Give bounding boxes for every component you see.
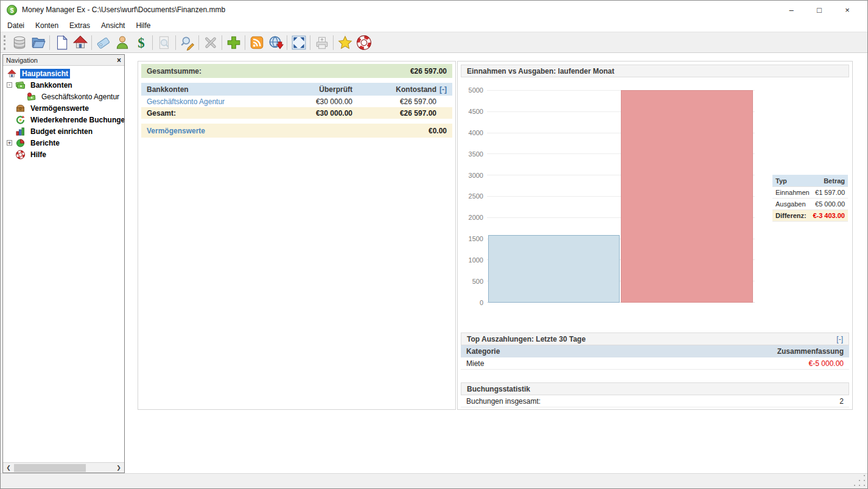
main-body: Navigation × Hauptansicht - Bankkonten: [1, 54, 867, 473]
dashboard-content: Gesamtsumme: €26 597.00 Bankkonten Überp…: [127, 54, 867, 473]
help-lifering-icon[interactable]: [354, 33, 373, 51]
resize-grip-icon[interactable]: [859, 480, 860, 481]
reports-icon: [15, 138, 26, 148]
accounts-total-row: Gesamt: €30 000.00 €26 597.00: [141, 107, 452, 119]
payee-icon[interactable]: [113, 33, 131, 51]
maximize-button[interactable]: □: [805, 1, 833, 19]
bank-accounts-table: Bankkonten Überprüft Kontostand [-] Gesc…: [141, 83, 452, 119]
total-balance-value: €26 597.00: [352, 109, 436, 118]
currency-dollar-icon[interactable]: $: [131, 33, 150, 51]
close-button[interactable]: ×: [833, 1, 861, 19]
nav-item-berichte[interactable]: + Berichte: [3, 137, 124, 149]
toolbar-separator: [198, 35, 199, 50]
nav-horizontal-scrollbar[interactable]: ❮ ❯: [3, 462, 124, 473]
grand-total-bar: Gesamtsumme: €26 597.00: [141, 64, 452, 78]
assets-row: Vermögenswerte €0.00: [141, 124, 452, 138]
top-withdrawals-header: Top Auszahlungen: Letzte 30 Tage [-]: [461, 332, 849, 345]
nav-item-label: Bankkonten: [29, 80, 74, 90]
toolbar-gripper[interactable]: [4, 35, 7, 50]
toolbar-separator: [287, 35, 287, 50]
toolbar-separator: [222, 35, 222, 50]
navigation-panel-title: Navigation: [6, 57, 38, 64]
column-header-kategorie: Kategorie: [466, 347, 500, 356]
web-download-icon[interactable]: [266, 33, 285, 51]
navigation-close-icon[interactable]: ×: [117, 57, 121, 64]
navigation-panel: Navigation × Hauptansicht - Bankkonten: [2, 54, 125, 473]
toolbar: $: [1, 32, 867, 53]
menu-hilfe[interactable]: Hilfe: [130, 19, 156, 32]
collapse-link[interactable]: [-]: [436, 85, 452, 94]
income-bar: [488, 235, 620, 303]
nav-item-vermoegenswerte[interactable]: Vermögenswerte: [3, 102, 124, 114]
expense-row: Ausgaben €5 000.00: [772, 199, 848, 210]
minimize-button[interactable]: –: [777, 1, 805, 19]
nav-item-budget-einrichten[interactable]: Budget einrichten: [3, 125, 124, 137]
nav-item-bankkonten[interactable]: - Bankkonten: [3, 79, 124, 91]
menu-extras[interactable]: Extras: [64, 19, 96, 32]
toolbar-separator: [91, 35, 92, 50]
print-icon[interactable]: [312, 33, 331, 51]
top-withdrawals-column-header: Kategorie Zusammenfassung: [461, 345, 849, 357]
window-title: Money Manager Ex - C:\Users\wurf\Documen…: [22, 5, 225, 14]
nav-item-wiederkehrende-buchungen[interactable]: Wiederkehrende Buchungen: [3, 114, 124, 125]
budget-chart-icon: [15, 127, 26, 136]
database-icon[interactable]: [10, 33, 29, 51]
nav-item-label: Wiederkehrende Buchungen: [29, 115, 124, 125]
scrollbar-thumb[interactable]: [14, 464, 86, 472]
nav-item-hilfe[interactable]: Hilfe: [3, 149, 124, 160]
menu-ansicht[interactable]: Ansicht: [96, 19, 130, 32]
toolbar-separator: [310, 35, 310, 50]
difference-label: Differenz:: [772, 212, 813, 219]
total-reconciled-value: €30 000.00: [252, 109, 352, 118]
new-file-icon[interactable]: [52, 33, 71, 51]
tools-icon[interactable]: [201, 33, 220, 51]
assets-value: €0.00: [429, 127, 447, 135]
nav-item-hauptansicht[interactable]: Hauptansicht: [3, 68, 124, 79]
edit-search-icon[interactable]: [178, 33, 197, 51]
navigation-tree: Hauptansicht - Bankkonten Geschäftskonto…: [3, 66, 124, 462]
income-row: Einnahmen €1 597.00: [772, 187, 848, 199]
rss-feed-icon[interactable]: [247, 33, 266, 51]
nav-item-geschaeftskonto[interactable]: Geschäftskonto Agentur: [3, 91, 124, 102]
home-icon: [7, 69, 17, 79]
menu-konten[interactable]: Konten: [30, 19, 64, 32]
collapse-expander-icon[interactable]: +: [7, 140, 12, 146]
accounts-overview-panel: Gesamtsumme: €26 597.00 Bankkonten Überp…: [138, 61, 456, 410]
scroll-right-icon[interactable]: ❯: [113, 463, 124, 473]
account-icon: [26, 92, 37, 102]
fullscreen-icon[interactable]: [289, 33, 308, 51]
collapse-link[interactable]: [-]: [836, 335, 843, 343]
top-withdrawals-title: Top Auszahlungen: Letzte 30 Tage: [467, 335, 586, 343]
nav-item-label: Geschäftskonto Agentur: [40, 92, 121, 102]
assets-link[interactable]: Vermögenswerte: [147, 127, 205, 135]
column-header-kontostand: Kontostand: [352, 85, 436, 94]
navigation-panel-header: Navigation ×: [3, 55, 124, 66]
app-logo-icon: $: [7, 5, 17, 15]
add-plus-icon[interactable]: [224, 33, 243, 51]
account-link[interactable]: Geschäftskonto Agentur: [141, 97, 252, 106]
menu-datei[interactable]: Datei: [2, 19, 30, 32]
search-document-icon[interactable]: [155, 33, 173, 51]
account-reconciled-value: €30 000.00: [252, 97, 352, 106]
withdrawal-category: Miete: [466, 359, 484, 368]
recurring-icon: [15, 115, 26, 125]
difference-row: Differenz: €-3 403.00: [772, 210, 848, 222]
withdrawal-amount: €-5 000.00: [809, 359, 844, 368]
income-expense-bar-chart: 5000 4500 4000 3500 3000 2500 2000 1500 …: [487, 90, 755, 303]
open-folder-icon[interactable]: [29, 33, 47, 51]
total-label: Gesamt:: [141, 109, 252, 118]
income-vs-expenses-title: Einnahmen vs Ausgaben: laufender Monat: [467, 67, 614, 76]
collapse-expander-icon[interactable]: -: [7, 82, 12, 88]
difference-value: €-3 403.00: [813, 212, 848, 219]
toolbar-separator: [175, 35, 176, 50]
scroll-left-icon[interactable]: ❮: [3, 463, 14, 473]
favorites-star-icon[interactable]: [335, 33, 354, 51]
transaction-stats-header: Buchungsstatistik: [461, 382, 849, 395]
title-bar: $ Money Manager Ex - C:\Users\wurf\Docum…: [1, 1, 867, 19]
transaction-stats-row: Buchungen insgesamt: 2: [461, 396, 849, 407]
toolbar-separator: [333, 35, 334, 50]
home-icon[interactable]: [71, 33, 89, 51]
status-bar: [1, 473, 867, 488]
summary-table-header: Typ Betrag: [772, 175, 848, 187]
tag-icon[interactable]: [94, 33, 113, 51]
